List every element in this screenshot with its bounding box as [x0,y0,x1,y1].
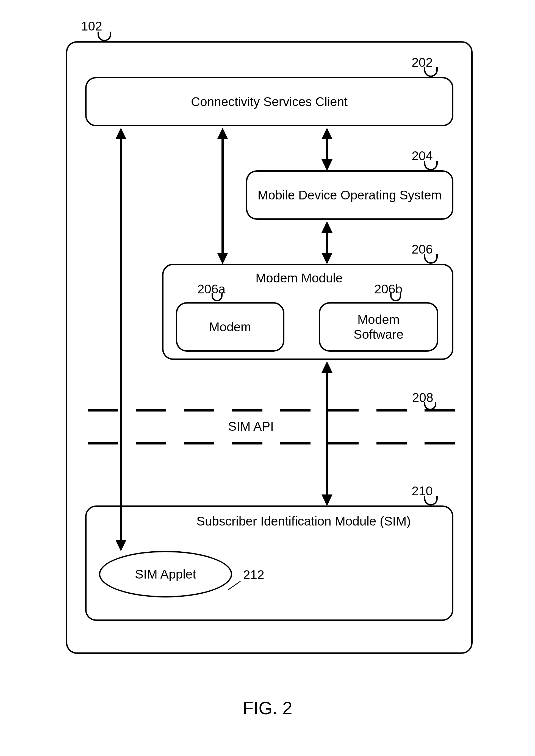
sim-api-dashed-top [88,409,456,412]
arrow-modem-to-sim-line [326,369,328,497]
arrow-modem-to-sim-head-up [322,361,332,373]
sim-applet-label: SIM Applet [135,567,196,581]
sim-api-dashed-bottom [88,442,456,445]
arrow-os-to-modem-head-down [322,253,332,264]
arrow-csc-to-applet-head-up [115,128,127,139]
modem-software-line1: Modem [357,312,400,327]
sim-applet-ref-label: 212 [243,567,264,582]
modem-box: Modem [176,302,284,352]
modem-module-title: Modem Module [256,271,343,285]
arrow-modem-to-sim-head-down [322,495,332,506]
sim-label: Subscriber Identification Module (SIM) [196,514,411,528]
outer-notch [98,32,111,41]
arrow-csc-to-modem-head-down [217,253,228,264]
arrow-csc-to-os-line [326,136,328,162]
modem-label: Modem [209,319,251,334]
modem-software-line2: Software [353,327,404,342]
sim-applet-ellipse: SIM Applet [99,551,232,598]
arrow-os-to-modem-head-up [322,221,332,233]
arrow-os-to-modem-line [326,230,328,256]
outer-ref-label: 102 [81,19,102,34]
arrow-csc-to-os-head-down [322,159,332,171]
os-label: Mobile Device Operating System [258,188,442,202]
figure-label: FIG. 2 [0,698,535,718]
arrow-csc-to-applet-line [120,136,122,543]
arrow-csc-to-modem-line [221,136,224,256]
modem-software-box: Modem Software [319,302,438,352]
csc-label: Connectivity Services Client [191,94,348,109]
mobile-os-box: Mobile Device Operating System [246,170,453,220]
sim-api-label: SIM API [228,419,274,434]
connectivity-services-client-box: Connectivity Services Client [85,77,453,126]
arrow-csc-to-modem-head-up [217,128,228,139]
arrow-csc-to-applet-head-down [115,540,127,551]
arrow-csc-to-os-head-up [322,128,332,139]
